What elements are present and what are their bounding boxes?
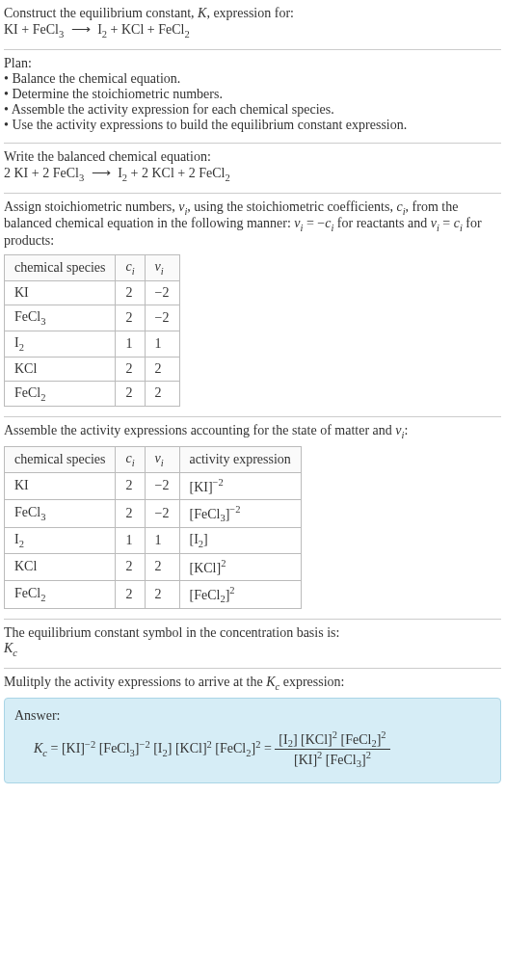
- cell-nui: −2: [145, 499, 179, 527]
- stoichiometric-section: Assign stoichiometric numbers, νi, using…: [4, 194, 501, 418]
- arrow-icon: ⟶: [92, 165, 111, 181]
- table-row: FeCl2 2 2: [5, 381, 180, 407]
- cell-species: I2: [5, 528, 116, 554]
- sub: 2: [40, 593, 45, 603]
- cell-ci: 2: [116, 580, 145, 608]
- table-row: I2 1 1: [5, 331, 180, 357]
- exp: −2: [213, 477, 224, 488]
- heading: Write the balanced chemical equation:: [4, 149, 501, 165]
- cell-species: KCl: [5, 553, 116, 580]
- text: Construct the equilibrium constant,: [4, 6, 198, 20]
- table-row: I2 1 1 [I2]: [5, 528, 302, 554]
- cell-ci: 2: [116, 305, 145, 331]
- cell-species: FeCl3: [5, 305, 116, 331]
- numerator: [I2] [KCl]2 [FeCl2]2: [275, 729, 389, 750]
- col-ci: ci: [116, 447, 145, 473]
- text: [I: [190, 532, 199, 546]
- text: =: [439, 216, 454, 230]
- k: K: [34, 741, 42, 755]
- exp: 2: [229, 585, 234, 596]
- cell-species: FeCl3: [5, 499, 116, 527]
- cell-ci: 2: [116, 499, 145, 527]
- cell-activity: [KI]−2: [179, 472, 301, 499]
- sub: 2: [19, 342, 24, 353]
- answer-label: Answer:: [14, 708, 491, 724]
- text: Mulitply the activity expressions to arr…: [4, 675, 266, 689]
- lhs: KI + FeCl: [4, 22, 59, 37]
- cell-nui: 1: [145, 528, 179, 554]
- plan-heading: Plan:: [4, 56, 501, 71]
- cell-activity: [KCl]2: [179, 553, 301, 580]
- text: expression:: [279, 675, 344, 689]
- cell-species: KCl: [5, 357, 116, 381]
- term: [FeCl: [95, 741, 129, 755]
- sub: 3: [40, 512, 45, 522]
- text: [FeCl: [190, 506, 221, 520]
- sub-i: i: [161, 266, 164, 277]
- sub: 3: [59, 29, 64, 40]
- term: [KI]: [62, 741, 85, 755]
- sub-i: i: [132, 458, 135, 468]
- cell-activity: [I2]: [179, 528, 301, 554]
- unbalanced-equation: KI + FeCl3 ⟶ I2 + KCl + FeCl2: [4, 21, 501, 40]
- text: FeCl: [14, 309, 40, 324]
- arrow-icon: ⟶: [71, 21, 91, 38]
- plan-bullet: • Determine the stoichiometric numbers.: [4, 87, 501, 102]
- cell-species: FeCl2: [5, 580, 116, 608]
- term: [KI]: [294, 753, 317, 767]
- problem-statement: Construct the equilibrium constant, K, e…: [4, 0, 501, 50]
- col-activity: activity expression: [179, 447, 301, 473]
- k: K: [266, 675, 275, 689]
- heading: Mulitply the activity expressions to arr…: [4, 675, 501, 692]
- cell-nui: 2: [145, 381, 179, 407]
- plan-bullet: • Balance the chemical equation.: [4, 71, 501, 87]
- denominator: [KI]2 [FeCl3]2: [275, 750, 389, 769]
- term: [FeCl: [337, 731, 371, 746]
- cell-nui: 2: [145, 580, 179, 608]
- text: :: [404, 423, 408, 437]
- cell-ci: 2: [116, 472, 145, 499]
- k-symbol: K: [198, 6, 206, 20]
- col-ci: ci: [116, 255, 145, 281]
- table-row: FeCl3 2 −2 [FeCl3]−2: [5, 499, 302, 527]
- text: FeCl: [14, 586, 40, 600]
- lhs: 2 KI + 2 FeCl: [4, 166, 79, 180]
- text: [FeCl: [190, 587, 221, 601]
- text: for reactants and: [333, 216, 430, 230]
- plan-section: Plan: • Balance the chemical equation. •…: [4, 50, 501, 144]
- sub: 2: [19, 539, 24, 549]
- fraction: [I2] [KCl]2 [FeCl2]2[KI]2 [FeCl3]2: [275, 729, 389, 770]
- table-row: KCl 2 2: [5, 357, 180, 381]
- text: [KCl]: [190, 561, 222, 575]
- cell-activity: [FeCl2]2: [179, 580, 301, 608]
- cell-activity: [FeCl3]−2: [179, 499, 301, 527]
- cell-ci: 2: [116, 280, 145, 305]
- cell-nui: 1: [145, 331, 179, 357]
- table-row: FeCl3 2 −2: [5, 305, 180, 331]
- heading: The equilibrium constant symbol in the c…: [4, 625, 501, 641]
- sub: 2: [40, 391, 45, 402]
- sub-i: i: [132, 266, 135, 277]
- activity-table: chemical species ci νi activity expressi…: [4, 446, 302, 609]
- term: [I: [150, 741, 163, 755]
- exp: −2: [229, 504, 240, 515]
- cell-nui: −2: [145, 305, 179, 331]
- exp: −2: [140, 738, 150, 749]
- exp: 2: [381, 729, 385, 740]
- cell-nui: −2: [145, 280, 179, 305]
- cell-ci: 1: [116, 528, 145, 554]
- table-row: KI 2 −2: [5, 280, 180, 305]
- rhs: + KCl + FeCl: [107, 22, 184, 37]
- text: ]: [203, 532, 208, 546]
- balanced-equation: 2 KI + 2 FeCl3 ⟶ I2 + 2 KCl + 2 FeCl2: [4, 165, 501, 183]
- text: FeCl: [14, 385, 40, 400]
- sub: 3: [79, 172, 84, 183]
- term: [FeCl: [212, 741, 246, 755]
- table-row: FeCl2 2 2 [FeCl2]2: [5, 580, 302, 608]
- description: Assign stoichiometric numbers, νi, using…: [4, 199, 501, 250]
- cell-species: KI: [5, 472, 116, 499]
- cell-ci: 1: [116, 331, 145, 357]
- sub: 3: [40, 316, 45, 327]
- cell-species: KI: [5, 280, 116, 305]
- text: , using the stoichiometric coefficients,: [187, 199, 396, 214]
